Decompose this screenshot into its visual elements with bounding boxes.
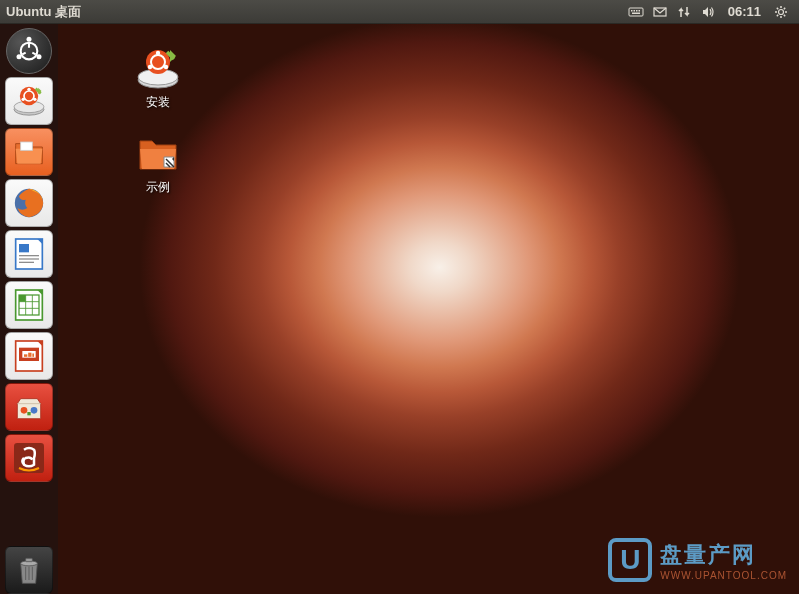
- svg-rect-1: [631, 10, 633, 12]
- svg-rect-3: [636, 10, 638, 12]
- svg-point-39: [21, 407, 28, 414]
- launcher-calc[interactable]: [5, 281, 53, 329]
- svg-rect-4: [638, 10, 640, 12]
- folder-icon: [134, 129, 182, 177]
- svg-point-18: [22, 98, 25, 101]
- launcher-trash[interactable]: [5, 546, 53, 594]
- launcher-writer[interactable]: [5, 230, 53, 278]
- mail-icon[interactable]: [648, 0, 672, 24]
- install-icon: [134, 44, 182, 92]
- svg-point-11: [17, 54, 22, 59]
- svg-rect-41: [27, 412, 30, 415]
- desktop-icon-label: 示例: [146, 179, 170, 196]
- desktop-area[interactable]: 安装 示例: [58, 24, 799, 594]
- svg-rect-21: [16, 239, 43, 269]
- desktop-icon-label: 安装: [146, 94, 170, 111]
- svg-rect-22: [19, 244, 29, 252]
- svg-rect-19: [21, 142, 33, 150]
- clock[interactable]: 06:11: [720, 4, 769, 19]
- svg-point-7: [779, 9, 784, 14]
- svg-rect-37: [28, 353, 31, 357]
- launcher-amazon[interactable]: [5, 434, 53, 482]
- svg-rect-36: [24, 354, 27, 357]
- desktop-icon-examples[interactable]: 示例: [118, 129, 198, 196]
- svg-rect-2: [633, 10, 635, 12]
- svg-rect-0: [629, 8, 643, 16]
- unity-launcher: [0, 24, 58, 594]
- volume-icon[interactable]: [696, 0, 720, 24]
- launcher-files[interactable]: [5, 128, 53, 176]
- svg-point-9: [27, 37, 32, 42]
- desktop-icon-install[interactable]: 安装: [118, 44, 198, 111]
- dash-button[interactable]: [6, 28, 52, 74]
- keyboard-input-icon[interactable]: [624, 0, 648, 24]
- svg-point-10: [37, 54, 42, 59]
- svg-rect-5: [632, 12, 640, 14]
- launcher-firefox[interactable]: [5, 179, 53, 227]
- svg-point-40: [31, 407, 38, 414]
- top-panel: Ubuntu 桌面 06:11: [0, 0, 799, 24]
- svg-rect-32: [19, 295, 26, 302]
- active-window-title: Ubuntu 桌面: [6, 3, 81, 21]
- svg-point-17: [33, 98, 36, 101]
- network-icon[interactable]: [672, 0, 696, 24]
- svg-point-54: [148, 65, 152, 69]
- gear-icon[interactable]: [769, 0, 793, 24]
- svg-point-53: [164, 65, 168, 69]
- launcher-installer[interactable]: [5, 77, 53, 125]
- launcher-impress[interactable]: [5, 332, 53, 380]
- svg-rect-38: [32, 354, 34, 357]
- svg-point-52: [156, 51, 160, 55]
- svg-point-16: [27, 88, 30, 91]
- launcher-software-center[interactable]: [5, 383, 53, 431]
- svg-rect-47: [26, 558, 33, 561]
